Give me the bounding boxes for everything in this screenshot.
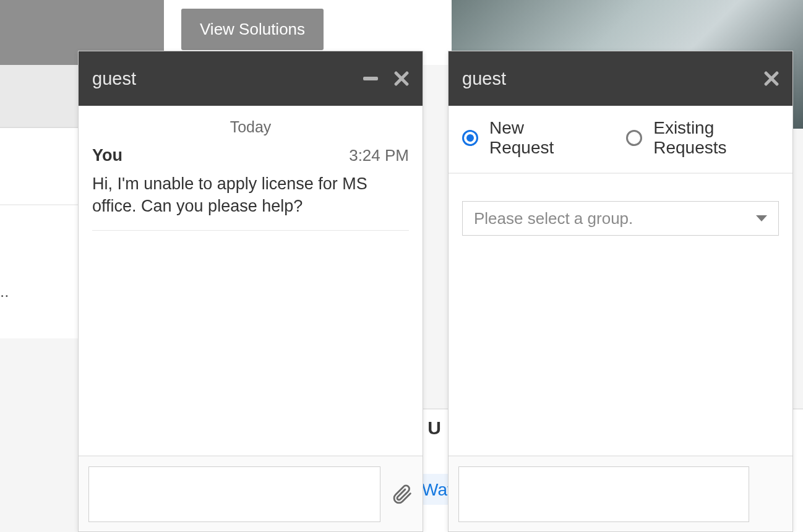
message-time: 3:24 PM xyxy=(349,146,409,165)
message-text: Hi, I'm unable to apply license for MS o… xyxy=(92,173,409,231)
radio-icon-selected xyxy=(462,130,478,146)
chat-title-right: guest xyxy=(462,69,506,89)
chevron-down-icon xyxy=(756,215,767,221)
radio-label-new-request: New Request xyxy=(489,118,583,158)
chat-header-left: guest xyxy=(79,51,423,106)
chat-body-right-spacer xyxy=(449,236,792,455)
group-select-placeholder: Please select a group. xyxy=(474,209,633,228)
chat-header-controls-right xyxy=(764,71,779,86)
chat-footer-right xyxy=(449,455,792,531)
background-left-white-2: .. xyxy=(0,205,78,338)
radio-icon-unselected xyxy=(626,130,642,146)
chat-title-left: guest xyxy=(92,69,136,89)
chat-input-right[interactable] xyxy=(458,466,749,522)
chat-input-left[interactable] xyxy=(88,466,380,522)
close-icon[interactable] xyxy=(394,71,409,86)
chat-header-controls-left xyxy=(363,71,409,86)
radio-new-request[interactable]: New Request xyxy=(462,118,583,158)
group-select[interactable]: Please select a group. xyxy=(462,201,779,236)
chat-window-left: guest Today You 3:24 PM Hi, I'm unable t… xyxy=(78,51,423,532)
minimize-icon[interactable] xyxy=(363,77,378,80)
chat-header-right: guest xyxy=(449,51,792,106)
radio-existing-requests[interactable]: Existing Requests xyxy=(626,118,779,158)
date-label: Today xyxy=(92,118,409,136)
radio-label-existing-requests: Existing Requests xyxy=(653,118,779,158)
view-solutions-button[interactable]: View Solutions xyxy=(181,9,324,50)
close-icon[interactable] xyxy=(764,71,779,86)
message-sender: You xyxy=(92,146,122,165)
request-type-radio-group: New Request Existing Requests xyxy=(449,106,792,174)
background-left-white-1 xyxy=(0,128,78,205)
chat-body-left: Today You 3:24 PM Hi, I'm unable to appl… xyxy=(79,106,423,455)
chat-footer-left xyxy=(79,455,423,531)
paperclip-icon[interactable] xyxy=(392,484,413,505)
chat-window-right: guest New Request Existing Requests Plea… xyxy=(448,51,793,532)
group-select-wrap: Please select a group. xyxy=(449,174,792,236)
bg-partial-dots: .. xyxy=(0,282,9,301)
message-header-row: You 3:24 PM xyxy=(92,146,409,165)
